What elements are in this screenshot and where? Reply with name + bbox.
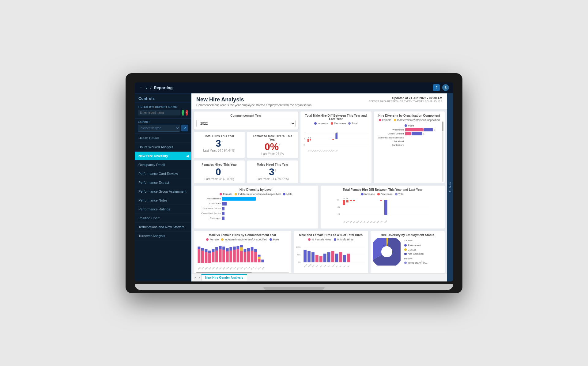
svg-rect-82 [219, 246, 222, 249]
sidebar-item-occupancy[interactable]: Occupancy Detail [135, 160, 191, 169]
kpi-total-hires-value: 3↑ [196, 138, 242, 148]
svg-text:Jul: Jul [363, 221, 365, 223]
row-middle: Hire Diversity by Level Female Indetermi… [194, 186, 445, 228]
svg-rect-85 [226, 251, 229, 262]
level-consultant: Consultant [196, 202, 316, 206]
svg-rect-18 [335, 133, 337, 139]
sidebar-header: Controls [135, 93, 191, 103]
svg-rect-77 [212, 252, 215, 262]
svg-text:July: July [327, 265, 330, 268]
search-input[interactable] [138, 110, 180, 115]
sidebar: Controls FILTER BY: REPORT NAME ✓ ✕ EXPO… [135, 93, 191, 281]
kpi-females-hired-value: 0↑ [196, 167, 242, 177]
svg-rect-107 [261, 259, 264, 262]
svg-rect-42 [346, 200, 348, 202]
top-bar-icons: ? S [433, 84, 449, 91]
male-diff-title: Total Male Hire Diff Between This Year a… [303, 114, 369, 121]
back-icon[interactable]: ← [139, 85, 143, 90]
emp-status-chart: Hire Diversity by Employment Status [371, 231, 445, 273]
svg-text:Mar: Mar [349, 220, 352, 223]
male-diff-chart: Total Male Hire Diff Between This Year a… [300, 111, 371, 183]
svg-rect-53 [384, 200, 387, 215]
org-bar-auckland: Auckland [376, 140, 443, 143]
svg-text:April: April [315, 265, 318, 267]
filter-clear-button[interactable]: ✕ [186, 110, 188, 116]
male-diff-legend: Increase Decrease Total [303, 122, 369, 125]
svg-rect-75 [208, 253, 211, 263]
dashboard-header: New Hire Analysis Commencement Year is t… [191, 93, 447, 109]
sidebar-item-position-chart[interactable]: Position Chart [135, 214, 191, 223]
legend-casual: Casual [404, 248, 428, 251]
svg-rect-136 [315, 255, 318, 262]
svg-text:Total: Total [384, 220, 387, 223]
stacked-legend: Female Indeterminate/Intersex/Unspecifie… [196, 238, 289, 241]
svg-rect-41 [343, 200, 345, 205]
kpi-females-hired-last: Last Year: 38 (-100%) [196, 177, 242, 181]
svg-text:2017: 2017 [254, 266, 258, 270]
tab-prev-arrow[interactable]: ‹ [194, 275, 198, 280]
help-icon[interactable]: ? [433, 84, 440, 91]
screen-content: ← ∨ / Reporting ? S Controls FILTER BY: … [135, 82, 453, 281]
svg-rect-86 [226, 248, 229, 251]
svg-rect-106 [258, 255, 261, 256]
svg-rect-105 [258, 256, 261, 258]
export-section: EXPORT Select file type ↗ [135, 119, 191, 134]
svg-rect-88 [229, 247, 232, 251]
main-layout: Controls FILTER BY: REPORT NAME ✓ ✕ EXPO… [135, 93, 453, 281]
male-diff-svg: 0 -5 -10 [303, 126, 369, 157]
filters-label[interactable]: Filters [449, 182, 452, 192]
org-bar-canterbury: Canterbury [376, 144, 443, 146]
kpi-males-hired-value: 3↑ [250, 167, 296, 177]
svg-rect-142 [339, 252, 342, 262]
sidebar-item-perf-ratings[interactable]: Performance Ratings [135, 205, 191, 214]
svg-text:August: August [331, 263, 335, 267]
filters-panel[interactable]: Filters [447, 93, 453, 281]
chevron-down-icon[interactable]: ∨ [145, 85, 148, 90]
percent-chart: Male and Female Hires as a % of Total Hi… [294, 231, 368, 273]
org-bars: Wellington 2 Jem [376, 128, 443, 146]
kpi-female-male-pct-last: Last Year: 271% [250, 152, 296, 156]
legend-temp-fix: Temporary/Fix... [404, 261, 428, 264]
sidebar-item-health-details[interactable]: Health Details [135, 134, 191, 143]
svg-text:Total: Total [335, 149, 338, 152]
file-type-select[interactable]: Select file type [138, 125, 180, 132]
stacked-svg: 2001 2002 2003 2004 2005 2006 2007 2008 [196, 242, 289, 270]
hire-div-org-legend: Female Indeterminate/Intersex/Unspecifie… [376, 119, 443, 127]
sidebar-item-hours-worked[interactable]: Hours Worked Analysis [135, 143, 191, 152]
sidebar-item-perf-group[interactable]: Performance Group Assignment [135, 187, 191, 196]
tab-next-arrow[interactable]: › [198, 275, 201, 280]
svg-text:May: May [319, 265, 322, 268]
svg-text:2016: 2016 [251, 266, 254, 270]
sidebar-item-perf-extract[interactable]: Performance Extract [135, 178, 191, 187]
sidebar-item-perf-notes[interactable]: Performance Notes [135, 196, 191, 205]
dashboard-body: Commencement Year 2022 Total Hires T [191, 109, 447, 273]
sidebar-item-turnover[interactable]: Turnover Analysis [135, 232, 191, 240]
legend-female-pct: % Female Hires [308, 238, 331, 241]
svg-rect-17 [332, 139, 334, 139]
svg-text:March: March [311, 264, 315, 267]
svg-rect-78 [212, 249, 215, 252]
svg-text:Jan: Jan [342, 220, 345, 223]
dashboard: New Hire Analysis Commencement Year is t… [191, 93, 447, 273]
female-diff-chart: Total Female Hire Diff Between This Year… [321, 186, 445, 228]
svg-rect-98 [247, 251, 250, 262]
svg-rect-6 [307, 139, 309, 141]
svg-rect-79 [215, 251, 218, 262]
sidebar-item-perf-card[interactable]: Performance Card Review [135, 169, 191, 178]
export-go-button[interactable]: ↗ [181, 125, 188, 131]
user-avatar[interactable]: S [442, 84, 449, 91]
sidebar-item-new-hire-diversity[interactable]: New Hire Diversity [135, 152, 191, 160]
percent-legend: % Female Hires % Male Hires [296, 238, 366, 241]
sidebar-item-terminations[interactable]: Terminations and New Starters [135, 223, 191, 232]
svg-text:2012: 2012 [236, 266, 240, 270]
svg-rect-138 [323, 253, 326, 262]
svg-text:Apr: Apr [352, 220, 356, 223]
kpi-female-male-pct-value: 0%↑ [250, 142, 296, 152]
year-select[interactable]: 2022 [196, 120, 296, 127]
filter-confirm-button[interactable]: ✓ [182, 110, 184, 116]
nav-list: Health Details Hours Worked Analysis New… [135, 134, 191, 240]
svg-rect-83 [222, 250, 225, 262]
svg-rect-104 [258, 258, 261, 262]
svg-text:February: February [307, 263, 312, 268]
tab-new-hire-gender[interactable]: New Hire Gender Analysis [201, 274, 247, 281]
